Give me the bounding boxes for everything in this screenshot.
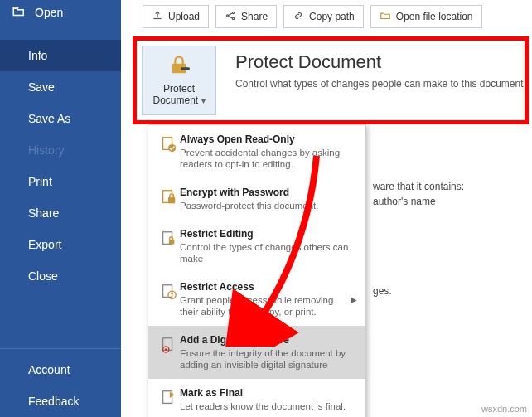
lock-shield-icon (167, 54, 191, 83)
menu-item-read-only[interactable]: Always Open Read-Only Prevent accidental… (148, 125, 365, 178)
svg-point-15 (165, 348, 167, 351)
info-toolbar: Upload Share Copy path Open file locatio… (143, 5, 482, 28)
open-file-location-button[interactable]: Open file location (370, 5, 482, 28)
folder-open-icon (12, 4, 27, 22)
sidebar-item-label: Save As (28, 112, 70, 125)
sidebar-separator (0, 348, 121, 349)
lock-icon (157, 187, 180, 211)
partial-text: ges. (373, 285, 392, 297)
sidebar-item-label: Feedback (28, 395, 79, 408)
svg-rect-9 (169, 240, 174, 245)
menu-item-digital-signature[interactable]: Add a Digital Signature Ensure the integ… (148, 326, 365, 379)
svg-rect-3 (181, 67, 190, 70)
sidebar-item-account[interactable]: Account (0, 354, 121, 385)
button-label-line1: Protect (163, 83, 195, 95)
menu-item-restrict-access[interactable]: Restrict Access Grant people access whil… (148, 273, 365, 326)
svg-point-2 (232, 17, 234, 19)
svg-rect-7 (168, 197, 175, 203)
menu-item-title: Restrict Access (180, 281, 347, 293)
restrict-edit-icon (157, 228, 180, 264)
svg-point-0 (226, 14, 228, 16)
restrict-access-icon (157, 281, 180, 318)
submenu-arrow-icon: ▶ (347, 295, 357, 304)
sidebar-item-label: History (28, 143, 65, 157)
sidebar-item-label: Print (28, 175, 52, 188)
share-button[interactable]: Share (215, 5, 277, 28)
sidebar-items: Info Save Save As History Print Share Ex… (0, 40, 121, 292)
sidebar-item-label: Close (28, 269, 58, 283)
sidebar-item-saveas[interactable]: Save As (0, 103, 121, 134)
button-label: Open file location (396, 11, 473, 22)
watermark: wsxdn.com (481, 404, 527, 414)
readonly-icon (157, 133, 180, 170)
menu-item-desc: Password-protect this document. (180, 200, 357, 211)
menu-item-encrypt[interactable]: Encrypt with Password Password-protect t… (148, 178, 365, 220)
backstage-sidebar: Open Info Save Save As History Print Sha… (0, 0, 121, 417)
protect-document-menu: Always Open Read-Only Prevent accidental… (148, 124, 366, 417)
sidebar-item-label: Share (28, 206, 59, 220)
menu-item-title: Always Open Read-Only (180, 133, 357, 145)
menu-item-mark-final[interactable]: Mark as Final Let readers know the docum… (148, 379, 365, 417)
menu-item-desc: Grant people access while removing their… (180, 294, 347, 318)
button-label-line2: Document (152, 95, 198, 106)
svg-point-12 (171, 292, 173, 294)
menu-item-title: Restrict Editing (180, 228, 357, 240)
sidebar-item-label: Export (28, 238, 61, 251)
upload-button[interactable]: Upload (143, 5, 209, 28)
share-icon (225, 10, 236, 24)
menu-item-desc: Prevent accidental changes by asking rea… (180, 147, 357, 170)
sidebar-item-save[interactable]: Save (0, 71, 121, 103)
protect-document-desc: Control what types of changes people can… (235, 78, 524, 90)
button-label: Share (241, 11, 268, 22)
sidebar-item-export[interactable]: Export (0, 229, 121, 260)
menu-item-desc: Ensure the integrity of the document by … (180, 347, 357, 371)
folder-icon (380, 10, 391, 24)
svg-point-1 (232, 12, 234, 13)
sidebar-item-label: Info (28, 49, 47, 62)
menu-item-title: Mark as Final (180, 387, 357, 399)
menu-item-desc: Control the types of changes others can … (180, 241, 357, 264)
signature-icon (157, 334, 180, 371)
sidebar-item-feedback[interactable]: Feedback (0, 385, 121, 417)
link-icon (293, 10, 304, 24)
sidebar-open-label: Open (35, 6, 63, 19)
menu-item-title: Encrypt with Password (180, 187, 357, 198)
chevron-down-icon: ▾ (201, 96, 206, 105)
protect-document-title: Protect Document (235, 51, 381, 73)
menu-item-restrict-editing[interactable]: Restrict Editing Control the types of ch… (148, 220, 365, 273)
sidebar-item-info[interactable]: Info (0, 40, 121, 71)
sidebar-item-print[interactable]: Print (0, 166, 121, 197)
sidebar-item-label: Account (28, 363, 70, 376)
mark-final-icon (157, 387, 180, 412)
menu-item-title: Add a Digital Signature (180, 334, 357, 346)
copy-path-button[interactable]: Copy path (283, 5, 364, 28)
sidebar-item-share[interactable]: Share (0, 197, 121, 229)
protect-document-button[interactable]: Protect Document ▾ (142, 46, 216, 115)
menu-item-desc: Let readers know the document is final. (180, 400, 357, 412)
partial-text: ware that it contains: author's name (373, 179, 464, 209)
sidebar-open[interactable]: Open (0, 0, 121, 25)
sidebar-item-history: History (0, 134, 121, 166)
sidebar-item-label: Save (28, 80, 55, 94)
button-label: Copy path (309, 11, 355, 22)
button-label: Upload (168, 11, 200, 22)
svg-rect-13 (163, 338, 172, 351)
upload-icon (152, 10, 163, 24)
sidebar-item-close[interactable]: Close (0, 260, 121, 292)
